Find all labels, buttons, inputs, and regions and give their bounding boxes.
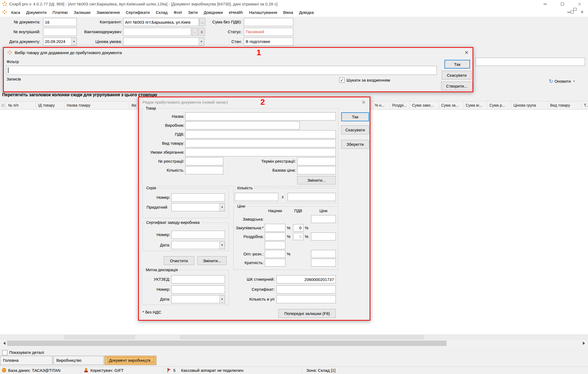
- menu-item-filii[interactable]: Філії: [170, 8, 185, 17]
- producer-input[interactable]: [185, 121, 300, 129]
- menu-item-sklad[interactable]: Склад: [153, 8, 170, 17]
- doc-date-combobox[interactable]: 20.09.2024 ▼: [43, 38, 77, 46]
- mdi-close-button[interactable]: ×: [581, 9, 584, 15]
- retail-markup-input[interactable]: [265, 233, 285, 240]
- column-header-suma-vi[interactable]: Сума ві...: [464, 101, 487, 109]
- menu-item-dovidka[interactable]: Довідка: [296, 8, 317, 17]
- wholesale-price-input[interactable]: [311, 250, 336, 258]
- menu-item-kasa[interactable]: Каса: [8, 8, 23, 17]
- sum-input[interactable]: [244, 18, 293, 26]
- menu-item-zamovlennia[interactable]: Замовлення: [93, 8, 123, 17]
- header-panel-field[interactable]: [476, 58, 585, 66]
- create-button[interactable]: Створити...: [441, 82, 472, 90]
- column-header-vy[interactable]: Ви: [129, 101, 139, 109]
- product-kind-input[interactable]: [185, 139, 336, 147]
- retail-price-input[interactable]: [311, 233, 336, 240]
- quantity-value-input[interactable]: [235, 193, 278, 201]
- column-header-suma-zavo[interactable]: Сума заво...: [410, 101, 439, 109]
- column-header-kind[interactable]: Вид товару: [548, 101, 582, 109]
- customs-date-combobox[interactable]: ▼: [171, 295, 225, 303]
- base-price-input[interactable]: [297, 166, 336, 174]
- column-header-id[interactable]: ІД товару: [36, 101, 65, 109]
- chevron-down-icon[interactable]: ▼: [219, 241, 225, 249]
- maximize-button[interactable]: [554, 0, 571, 8]
- menu-item-ehealth[interactable]: eHealth: [226, 8, 246, 17]
- save-button[interactable]: Зберегти: [341, 140, 369, 149]
- scrollbar-thumb[interactable]: [7, 341, 447, 346]
- scroll-right-icon[interactable]: [583, 342, 587, 345]
- storage-input[interactable]: [185, 148, 336, 156]
- factory-price-input[interactable]: [311, 215, 336, 223]
- chevron-down-icon[interactable]: ▼: [71, 38, 77, 45]
- doc-number-input[interactable]: [43, 18, 77, 26]
- reg-number-input[interactable]: [185, 157, 223, 165]
- series-valid-combobox[interactable]: ▼: [171, 203, 225, 211]
- menu-item-zalyshky[interactable]: Залишки: [71, 8, 94, 17]
- column-header-suma-r[interactable]: Сума р...: [487, 101, 511, 109]
- column-header-price-group[interactable]: Цінова група: [511, 101, 548, 109]
- purchase-markup-input[interactable]: [265, 224, 285, 232]
- ok-button[interactable]: Так: [341, 112, 369, 121]
- change-button[interactable]: Змінити...: [197, 256, 227, 265]
- extra-markup-input[interactable]: [265, 241, 285, 249]
- factory-cert-date-combobox[interactable]: ▼: [171, 241, 225, 249]
- menu-item-nalashtuvannia[interactable]: Налаштування: [246, 8, 280, 17]
- close-icon[interactable]: ×: [465, 49, 468, 56]
- product-name-input[interactable]: [185, 112, 336, 120]
- chevron-down-icon[interactable]: ▼: [219, 295, 225, 303]
- menu-item-dovidnyky[interactable]: Довідники: [201, 8, 226, 17]
- menu-item-zvity[interactable]: Звіти: [185, 8, 201, 17]
- vat-input[interactable]: [185, 130, 336, 138]
- price-condition-combobox[interactable]: ▼: [123, 38, 204, 46]
- previous-stock-button[interactable]: Попередні залишки (F8): [278, 309, 336, 318]
- column-header-rozdr[interactable]: Роздрі...: [390, 101, 410, 109]
- filter-input[interactable]: [6, 66, 437, 75]
- column-header-name[interactable]: Назва товару: [65, 101, 129, 109]
- factory-cert-number-input[interactable]: [171, 231, 225, 239]
- purchase-vat-input[interactable]: [293, 224, 303, 231]
- uktzed-input[interactable]: [171, 275, 225, 283]
- menu-item-platezhi[interactable]: Платежі: [50, 8, 71, 17]
- quantity-total-input[interactable]: [288, 193, 336, 201]
- customs-number-input[interactable]: [171, 285, 225, 293]
- consignee-input[interactable]: [123, 28, 191, 36]
- multiplicity-price-input[interactable]: [311, 259, 336, 267]
- tab-dokument-vyrobnytstv[interactable]: Документ виробництв .: [105, 356, 156, 365]
- horizontal-scrollbar[interactable]: [0, 340, 588, 347]
- wholesale-markup-input[interactable]: [265, 250, 285, 258]
- series-number-input[interactable]: [171, 193, 225, 202]
- show-details-checkbox[interactable]: [2, 350, 7, 355]
- column-header-t[interactable]: Т...: [582, 101, 588, 109]
- cancel-button[interactable]: Скасувати: [442, 71, 472, 79]
- sticker-input[interactable]: [276, 275, 336, 283]
- contractor-input[interactable]: [123, 18, 199, 26]
- close-icon[interactable]: ×: [362, 99, 365, 106]
- menu-item-sertyfikaty[interactable]: Сертифікати: [123, 8, 153, 17]
- certificate-input[interactable]: [276, 285, 336, 293]
- column-header-pct[interactable]: % н...: [373, 101, 390, 109]
- clear-button[interactable]: Очистити: [164, 256, 194, 265]
- product-change-button[interactable]: Змінити...: [297, 176, 336, 184]
- retail-vat-input[interactable]: [293, 233, 303, 240]
- multiplicity-input[interactable]: [265, 259, 285, 267]
- search-mode-checkbox[interactable]: ✓: [339, 78, 345, 83]
- internal-number-input[interactable]: [43, 28, 77, 36]
- minimize-button[interactable]: [537, 0, 554, 8]
- tab-vyrobnytstvo[interactable]: Виробництво: [53, 356, 104, 365]
- menu-item-vikna[interactable]: Вікна: [280, 8, 296, 17]
- mdi-minimize-button[interactable]: [567, 12, 570, 13]
- ok-button[interactable]: Так: [444, 60, 470, 69]
- cancel-button[interactable]: Скасувати: [341, 125, 369, 134]
- scroll-left-icon[interactable]: [2, 342, 5, 345]
- menu-item-dokumenty[interactable]: Документи: [23, 8, 50, 17]
- pack-qty-input[interactable]: [276, 295, 336, 303]
- column-header-npp[interactable]: № п/п: [6, 101, 36, 109]
- reg-term-input[interactable]: [297, 157, 336, 165]
- column-header-suma-za[interactable]: Сума за...: [439, 101, 464, 109]
- chevron-down-icon[interactable]: ▼: [219, 203, 225, 211]
- tab-golovna[interactable]: Головна: [0, 356, 53, 365]
- close-button[interactable]: [571, 0, 588, 8]
- grid-selector-column[interactable]: [0, 101, 6, 109]
- refresh-button[interactable]: ↻ Оновити ▼: [549, 77, 588, 85]
- quantity-input[interactable]: [185, 166, 223, 174]
